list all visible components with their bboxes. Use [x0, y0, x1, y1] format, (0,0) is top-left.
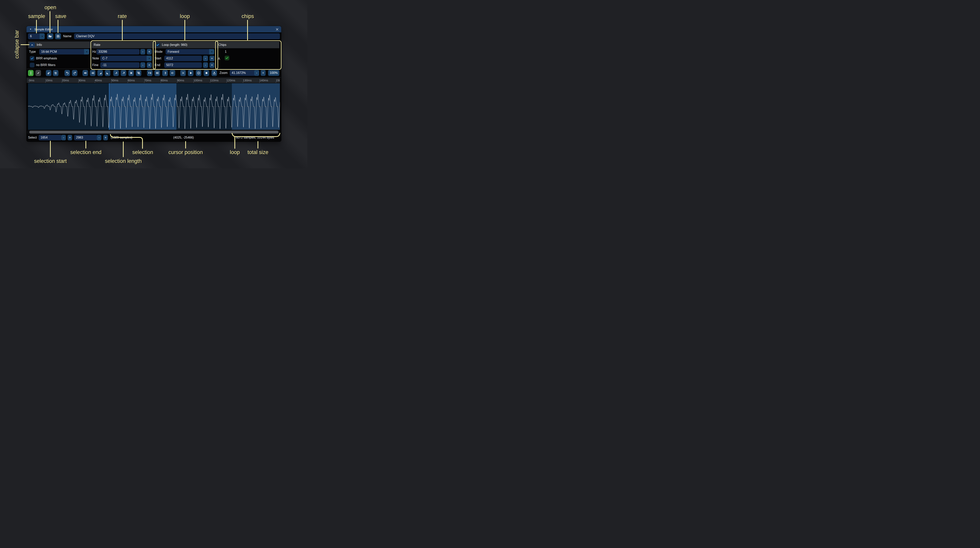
- annotation-line-sample: [36, 20, 37, 33]
- selection-length-text: (1329 samples): [111, 135, 132, 140]
- zoom-reset-button[interactable]: 100%: [268, 70, 279, 76]
- loop-end-minus-button[interactable]: -: [203, 62, 208, 68]
- fade-in-button[interactable]: [97, 70, 103, 76]
- window-titlebar[interactable]: Sample Editor: [27, 26, 281, 32]
- resample-button[interactable]: [53, 70, 59, 76]
- pencil-icon: [37, 71, 40, 75]
- sample-number-select[interactable]: 6: [28, 33, 45, 39]
- chevron-down-icon[interactable]: [209, 49, 214, 54]
- amplify-button[interactable]: [83, 70, 88, 76]
- time-ruler[interactable]: 0ms10ms20ms30ms40ms50ms60ms70ms80ms90ms1…: [27, 78, 280, 83]
- invert-icon: [156, 71, 159, 75]
- fade-out-icon: [106, 71, 109, 75]
- info-collapse-button[interactable]: [29, 42, 35, 48]
- chevron-up-icon: [30, 43, 34, 46]
- selection-end-plus-button[interactable]: +: [103, 135, 108, 140]
- loop-mode-select[interactable]: Forward: [165, 49, 214, 54]
- name-input[interactable]: Clarinet DQV: [74, 33, 280, 39]
- ruler-label: 110ms: [210, 79, 218, 82]
- loop-enable-checkbox[interactable]: [156, 43, 160, 47]
- close-icon[interactable]: [275, 27, 279, 32]
- normalize-button[interactable]: [90, 70, 95, 76]
- selection-start-input[interactable]: 1654: [38, 135, 62, 140]
- window-collapse-icon[interactable]: [29, 28, 32, 30]
- select-label: Select: [28, 135, 37, 140]
- annotation-collapse-bar: collapse bar: [14, 30, 20, 59]
- reverse-button[interactable]: [147, 70, 153, 76]
- ruler-label: 0ms: [29, 79, 34, 82]
- chip-a-enable-checkbox[interactable]: [224, 56, 229, 61]
- type-select[interactable]: 16-bit PCM: [39, 49, 89, 54]
- waveform-scrollbar-thumb[interactable]: [29, 131, 278, 134]
- filter-button[interactable]: [170, 70, 175, 76]
- wave-plus-icon: [47, 71, 50, 75]
- hz-plus-button[interactable]: +: [147, 49, 152, 54]
- ruler-tick: [127, 82, 128, 83]
- selection-end-minus-button[interactable]: -: [97, 135, 101, 140]
- trim-button[interactable]: [136, 70, 141, 76]
- sample-number-value: 6: [28, 33, 40, 39]
- resize-button[interactable]: [46, 70, 51, 76]
- annotation-selection-end: selection end: [70, 149, 101, 155]
- play-circle-icon: [197, 71, 200, 75]
- annotation-line-selection-length: [123, 142, 124, 157]
- delete-button[interactable]: [128, 70, 134, 76]
- fine-input[interactable]: -11: [100, 62, 140, 68]
- loop-end-label: End: [154, 62, 160, 68]
- fade-out-button[interactable]: [105, 70, 110, 76]
- hz-minus-button[interactable]: -: [140, 49, 145, 54]
- preview-loop-button[interactable]: [196, 70, 201, 76]
- insert-silence-button[interactable]: [113, 70, 119, 76]
- redo-button[interactable]: [72, 70, 78, 76]
- selection-start-plus-button[interactable]: +: [68, 135, 72, 140]
- sign-icon: [164, 71, 167, 75]
- signed-unsigned-button[interactable]: [162, 70, 168, 76]
- loop-start-label: Start: [154, 56, 161, 61]
- hz-input[interactable]: 33286: [96, 49, 140, 54]
- loop-start-plus-button[interactable]: +: [210, 56, 215, 61]
- selection-start-minus-button[interactable]: -: [61, 135, 66, 140]
- save-sample-button[interactable]: [55, 33, 61, 39]
- loop-end-plus-button[interactable]: +: [210, 62, 215, 68]
- fade-in-icon: [99, 71, 102, 75]
- create-instrument-button[interactable]: [212, 70, 217, 76]
- apply-silence-button[interactable]: [121, 70, 126, 76]
- zoom-minus-button[interactable]: -: [254, 70, 259, 76]
- silence-star-icon: [122, 71, 125, 75]
- stop-preview-button[interactable]: [204, 70, 209, 76]
- annotation-line-rate: [122, 20, 123, 40]
- chevron-down-icon[interactable]: [146, 56, 152, 61]
- zoom-input[interactable]: 41.1672%: [230, 70, 255, 76]
- annotation-chips: chips: [242, 13, 254, 19]
- chips-column-header: 1: [225, 49, 227, 54]
- loop-start-minus-button[interactable]: -: [203, 56, 208, 61]
- ruler-tick: [45, 82, 46, 83]
- invert-button[interactable]: [154, 70, 160, 76]
- loop-start-input[interactable]: 4112: [164, 56, 202, 61]
- brr-emphasis-checkbox[interactable]: [30, 56, 35, 61]
- fine-minus-button[interactable]: -: [140, 62, 145, 68]
- chevron-down-icon[interactable]: [84, 49, 89, 54]
- annotation-selection-length: selection length: [105, 158, 142, 164]
- preview-button[interactable]: [188, 70, 194, 76]
- selection-end-input[interactable]: 2983: [74, 135, 97, 140]
- note-select[interactable]: C-7: [100, 56, 152, 61]
- chips-panel-header: Chips: [216, 41, 279, 48]
- crossfade-button[interactable]: [180, 70, 186, 76]
- zoom-label: Zoom: [220, 70, 228, 76]
- x-thin-icon: [181, 71, 185, 75]
- no-brr-filters-checkbox[interactable]: [30, 63, 35, 67]
- undo-button[interactable]: [65, 70, 70, 76]
- loop-end-input[interactable]: 5072: [164, 62, 202, 68]
- note-label: Note: [92, 56, 99, 61]
- type-label: Type: [29, 49, 36, 54]
- chevron-down-icon[interactable]: [40, 33, 45, 39]
- zoom-plus-button[interactable]: +: [261, 70, 266, 76]
- open-sample-button[interactable]: [47, 33, 53, 39]
- ruler-label: 30ms: [78, 79, 86, 82]
- waveform-view[interactable]: [28, 83, 280, 130]
- edit-mode-button[interactable]: [28, 70, 33, 76]
- ruler-tick: [62, 82, 62, 83]
- draw-mode-button[interactable]: [35, 70, 41, 76]
- fine-plus-button[interactable]: +: [147, 62, 152, 68]
